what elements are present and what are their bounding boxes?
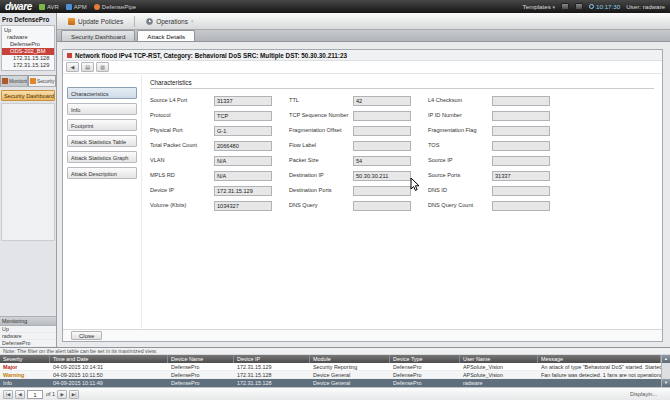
field-label: Total Packet Count bbox=[150, 141, 210, 148]
col-module[interactable]: Module bbox=[310, 355, 390, 363]
print-icon[interactable]: ▤ bbox=[81, 62, 94, 72]
apm-icon bbox=[66, 4, 72, 10]
cell-message: Fan failure was detected. 1 fans are not… bbox=[538, 371, 661, 378]
attack-nav-statistics-graph[interactable]: Attack Statistics Graph bbox=[67, 151, 137, 163]
tree-item[interactable]: 172.31.15.129 bbox=[2, 62, 54, 69]
scroll-up-icon[interactable]: ▲ bbox=[662, 355, 670, 363]
field-vlan: VLAN N/A bbox=[150, 156, 277, 167]
cell-device-name: DefensePro bbox=[168, 371, 234, 378]
attack-nav-description[interactable]: Attack Description bbox=[67, 167, 137, 179]
field-dns-query: DNS Query bbox=[289, 201, 416, 212]
field-device-ip: Device IP 172.31.15.129 bbox=[150, 186, 277, 197]
pagination-bar: |◀ ◀ 1 of 1 ▶ ▶| Displayin... bbox=[0, 387, 670, 400]
scroll-down-icon[interactable]: ▼ bbox=[662, 379, 670, 387]
attack-nav: Characteristics Info Footprint Attack St… bbox=[63, 75, 141, 329]
col-time-date[interactable]: Time and Date bbox=[50, 355, 168, 363]
sidebar-status-pane: Monitoring Up radware DefensePro bbox=[0, 316, 56, 347]
tree-item[interactable]: Up bbox=[2, 27, 54, 34]
cell-user-name: radware bbox=[460, 379, 538, 387]
app-avr[interactable]: AVR bbox=[39, 4, 59, 10]
field-volume-kbits: Volume (Kbits) 1034327 bbox=[150, 201, 277, 212]
last-page-button[interactable]: ▶| bbox=[69, 390, 79, 399]
operations-button[interactable]: Operations ▾ bbox=[141, 16, 198, 27]
field-label: IP ID Number bbox=[428, 111, 488, 118]
tab-monitoring[interactable]: Monitoring bbox=[0, 75, 28, 86]
field-label: Destination Ports bbox=[289, 186, 349, 193]
sidebar-title: Pro DefensePro bbox=[0, 13, 56, 25]
col-device-name[interactable]: Device Name bbox=[168, 355, 234, 363]
mouse-cursor bbox=[410, 177, 420, 195]
field-value: N/A bbox=[214, 171, 272, 181]
alerts-note: Note: The filter on the alert table can … bbox=[0, 348, 670, 355]
top-bar: dware AVR APM DefensePipe Templates ▾ 10… bbox=[0, 0, 670, 13]
status-pane-header[interactable]: Monitoring bbox=[0, 317, 56, 326]
col-device-type[interactable]: Device Type bbox=[390, 355, 460, 363]
app-label: AVR bbox=[47, 4, 59, 10]
export-icon[interactable]: ▥ bbox=[96, 62, 109, 72]
field-fragmentation-offset: Fragmentation Offset bbox=[289, 126, 416, 137]
col-severity[interactable]: Severity bbox=[0, 355, 50, 363]
col-user-name[interactable]: User Name bbox=[460, 355, 538, 363]
alerts-scrollbar[interactable]: ▲ ▼ bbox=[661, 355, 670, 387]
tab-attack-details[interactable]: Attack Details bbox=[137, 30, 195, 41]
attack-nav-footprint[interactable]: Footprint bbox=[67, 119, 137, 131]
field-label: Physical Port bbox=[150, 126, 210, 133]
field-physical-port: Physical Port G-1 bbox=[150, 126, 277, 137]
field-value: 50.30.30.211 bbox=[353, 171, 411, 181]
app-apm[interactable]: APM bbox=[66, 4, 87, 10]
col-message[interactable]: Message bbox=[538, 355, 661, 363]
next-page-button[interactable]: ▶ bbox=[57, 390, 67, 399]
cell-severity: Info bbox=[0, 379, 50, 387]
field-label: TOS bbox=[428, 141, 488, 148]
alert-row[interactable]: Major 04-09-2015 10:14:31 DefensePro 172… bbox=[0, 363, 661, 371]
cell-device-name: DefensePro bbox=[168, 379, 234, 387]
tree-item-alerted[interactable]: ODS-202_BM bbox=[2, 48, 54, 55]
field-value: 2066480 bbox=[214, 141, 272, 151]
update-policies-button[interactable]: Update Policies bbox=[63, 16, 128, 27]
tree-item[interactable]: DefensePro bbox=[2, 41, 54, 48]
tree-item[interactable]: radware bbox=[2, 34, 54, 41]
main-area: Network flood IPv4 TCP-RST, Category: Be… bbox=[57, 42, 670, 347]
first-page-button[interactable]: |◀ bbox=[3, 390, 13, 399]
field-value bbox=[492, 141, 550, 151]
top-bar-right: Templates ▾ 10:17:30 User: radware bbox=[523, 3, 665, 10]
back-icon[interactable]: ◀ bbox=[66, 62, 79, 72]
field-label: Source IP bbox=[428, 156, 488, 163]
page-input[interactable]: 1 bbox=[27, 390, 43, 399]
tab-security-monitoring[interactable]: Security Monito... bbox=[28, 75, 56, 86]
panel-footer: Close bbox=[63, 329, 662, 341]
alert-row-selected[interactable]: Info 04-09-2015 10:11:49 DefensePro 172.… bbox=[0, 379, 661, 387]
attack-nav-statistics-table[interactable]: Attack Statistics Table bbox=[67, 135, 137, 147]
displaying-label: Displayin... bbox=[630, 391, 667, 397]
tree-item[interactable]: 172.31.15.128 bbox=[2, 55, 54, 62]
form-column-1: Source L4 Port 31337 Protocol TCP Physic… bbox=[150, 96, 277, 212]
user-label: User: radware bbox=[626, 3, 665, 10]
tab-security-dashboard[interactable]: Security Dashboard bbox=[61, 30, 135, 41]
field-label: TCP Sequence Number bbox=[289, 111, 349, 118]
clock: 10:17:30 bbox=[589, 3, 620, 10]
close-button[interactable]: Close bbox=[71, 331, 102, 340]
field-mpls-rd: MPLS RD N/A bbox=[150, 171, 277, 182]
sidebar-item-security-dashboard[interactable]: Security Dashboard bbox=[1, 90, 55, 101]
field-source-ip: Source IP bbox=[428, 156, 555, 167]
app-defensepipe[interactable]: DefensePipe bbox=[94, 4, 136, 10]
toolbar: Update Policies Operations ▾ bbox=[57, 13, 670, 30]
field-value bbox=[353, 141, 411, 151]
field-label: DNS Query bbox=[289, 201, 349, 208]
col-device-ip[interactable]: Device IP bbox=[234, 355, 310, 363]
caret-down-icon: ▾ bbox=[191, 18, 194, 24]
attack-nav-info[interactable]: Info bbox=[67, 103, 137, 115]
section-title: Characteristics bbox=[150, 79, 654, 89]
cell-device-ip: 172.31.15.128 bbox=[234, 371, 310, 378]
field-label: Destination IP bbox=[289, 171, 349, 178]
cell-device-type: DefensePro bbox=[390, 371, 460, 378]
field-ip-id-number: IP ID Number bbox=[428, 111, 555, 122]
prev-page-button[interactable]: ◀ bbox=[15, 390, 25, 399]
button-label: Operations bbox=[156, 18, 188, 25]
alert-row[interactable]: Warning 04-09-2015 10:11:50 DefensePro 1… bbox=[0, 371, 661, 379]
templates-menu[interactable]: Templates ▾ bbox=[523, 3, 555, 10]
status-line: Up bbox=[0, 326, 56, 333]
attack-nav-characteristics[interactable]: Characteristics bbox=[67, 87, 137, 99]
refresh-icon[interactable] bbox=[575, 3, 583, 10]
window-icon[interactable] bbox=[561, 3, 569, 10]
